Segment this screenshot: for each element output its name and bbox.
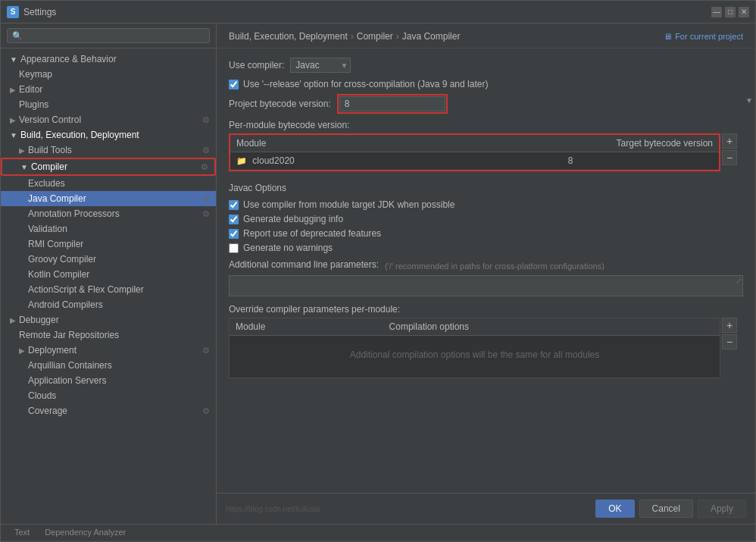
sidebar-item-actionscript[interactable]: ActionScript & Flex Compiler bbox=[1, 282, 216, 297]
sidebar-label-rmi: RMI Compiler bbox=[28, 239, 83, 249]
per-module-label: Per-module bytecode version: bbox=[229, 120, 743, 130]
cmd-input[interactable] bbox=[229, 275, 743, 296]
override-table-actions: + − bbox=[722, 318, 737, 349]
cancel-button[interactable]: Cancel bbox=[639, 500, 693, 518]
sidebar-item-arquillian[interactable]: Arquillian Containers bbox=[1, 358, 216, 373]
sidebar-item-plugins[interactable]: Plugins bbox=[1, 97, 216, 112]
sidebar-label-android: Android Compilers bbox=[28, 299, 103, 310]
sidebar-item-remote-jar[interactable]: Remote Jar Repositories bbox=[1, 327, 216, 343]
search-icon: 🔍 bbox=[12, 31, 23, 41]
module-row: 📁 cloud2020 8 bbox=[230, 152, 719, 170]
module-table-wrap: Module Target bytecode version 📁 cloud20… bbox=[229, 133, 720, 171]
compiler-dropdown[interactable]: Javac Eclipse Ajc bbox=[290, 58, 351, 73]
sidebar-label-plugins: Plugins bbox=[19, 99, 48, 110]
sidebar-item-kotlin[interactable]: Kotlin Compiler bbox=[1, 267, 216, 282]
compiler-row: Use compiler: Javac Eclipse Ajc ▼ bbox=[229, 58, 743, 73]
expand-icon[interactable]: ⤢ bbox=[736, 277, 742, 285]
sidebar-item-keymap[interactable]: Keymap bbox=[1, 67, 216, 82]
breadcrumb-path: Build, Execution, Deployment › Compiler … bbox=[229, 31, 460, 42]
override-section: Override compiler parameters per-module:… bbox=[229, 304, 743, 381]
settings-icon-java-compiler: ⚙ bbox=[202, 194, 210, 204]
sidebar-item-java-compiler[interactable]: Java Compiler ⚙ bbox=[1, 191, 216, 206]
sidebar-label-appearance: Appearance & Behavior bbox=[20, 54, 117, 64]
apply-button[interactable]: Apply bbox=[698, 500, 746, 518]
settings-icon-annotation: ⚙ bbox=[202, 209, 210, 219]
sidebar-label-clouds: Clouds bbox=[28, 390, 56, 401]
breadcrumb-sep2: › bbox=[396, 31, 399, 42]
bytecode-label: Project bytecode version: bbox=[229, 99, 331, 109]
java-compiler-settings: Use compiler: Javac Eclipse Ajc ▼ Use '-… bbox=[217, 49, 755, 493]
for-current-project: 🖥 For current project bbox=[664, 32, 743, 41]
close-button[interactable]: ✕ bbox=[739, 7, 749, 17]
sidebar-item-appearance[interactable]: ▼ Appearance & Behavior bbox=[1, 52, 216, 67]
javac-option-3-checkbox[interactable] bbox=[229, 243, 239, 253]
monitor-icon: 🖥 bbox=[664, 32, 672, 41]
sidebar-item-build-execution[interactable]: ▼ Build, Execution, Deployment bbox=[1, 127, 216, 143]
sidebar-item-debugger[interactable]: ▶ Debugger bbox=[1, 312, 216, 327]
sidebar-item-version-control[interactable]: ▶ Version Control ⚙ bbox=[1, 112, 216, 127]
sidebar-item-editor[interactable]: ▶ Editor bbox=[1, 82, 216, 97]
override-table: Module Compilation options Additional co… bbox=[230, 318, 720, 374]
module-col-header: Module bbox=[230, 135, 422, 152]
remove-module-button[interactable]: − bbox=[722, 150, 737, 165]
sidebar-label-java-compiler: Java Compiler bbox=[28, 193, 86, 204]
for-current-label: For current project bbox=[675, 32, 743, 41]
sidebar-label-coverage: Coverage bbox=[28, 406, 67, 416]
add-override-button[interactable]: + bbox=[722, 318, 737, 333]
search-wrap[interactable]: 🔍 bbox=[7, 28, 210, 43]
bottom-tab-text[interactable]: Text bbox=[7, 525, 37, 541]
compiler-dropdown-wrap: Javac Eclipse Ajc ▼ bbox=[290, 58, 351, 73]
release-option-label: Use '--release' option for cross-compila… bbox=[243, 79, 488, 89]
sidebar-item-compiler[interactable]: ▼ Compiler ⚙ bbox=[1, 158, 216, 176]
module-target-cell: 8 bbox=[422, 152, 719, 170]
bytecode-dropdown-outer: 8 9 10 11 ▼ bbox=[337, 94, 448, 114]
sidebar-label-compiler: Compiler bbox=[31, 161, 67, 172]
sidebar-item-clouds[interactable]: Clouds bbox=[1, 388, 216, 403]
sidebar-label-editor: Editor bbox=[19, 84, 42, 95]
additional-label: Additional command line parameters: bbox=[229, 259, 379, 270]
maximize-button[interactable]: □ bbox=[725, 7, 736, 17]
sidebar-label-validation: Validation bbox=[28, 224, 67, 234]
sidebar-item-annotation[interactable]: Annotation Processors ⚙ bbox=[1, 206, 216, 221]
sidebar-item-groovy[interactable]: Groovy Compiler bbox=[1, 252, 216, 267]
override-table-container: Module Compilation options Additional co… bbox=[229, 318, 720, 378]
javac-option-1-checkbox[interactable] bbox=[229, 215, 239, 224]
sidebar-item-build-tools[interactable]: ▶ Build Tools ⚙ bbox=[1, 143, 216, 158]
javac-option-0: Use compiler from module target JDK when… bbox=[229, 199, 743, 210]
breadcrumb-sep1: › bbox=[351, 31, 354, 42]
sidebar-item-rmi[interactable]: RMI Compiler bbox=[1, 237, 216, 252]
search-input[interactable] bbox=[26, 30, 205, 41]
javac-option-0-checkbox[interactable] bbox=[229, 200, 239, 210]
module-table: Module Target bytecode version 📁 cloud20… bbox=[230, 135, 719, 170]
settings-window: S Settings — □ ✕ 🔍 ▼ Appearance & Behavi… bbox=[0, 0, 756, 542]
sidebar-item-excludes[interactable]: Excludes bbox=[1, 176, 216, 191]
sidebar-item-validation[interactable]: Validation bbox=[1, 221, 216, 237]
settings-panel: Build, Execution, Deployment › Compiler … bbox=[217, 23, 755, 524]
sidebar-label-remote-jar: Remote Jar Repositories bbox=[19, 330, 119, 340]
sidebar-item-coverage[interactable]: Coverage ⚙ bbox=[1, 403, 216, 418]
minimize-button[interactable]: — bbox=[711, 7, 722, 17]
sidebar-item-app-servers[interactable]: Application Servers bbox=[1, 373, 216, 388]
app-icon: S bbox=[7, 6, 19, 18]
sidebar-item-android[interactable]: Android Compilers bbox=[1, 297, 216, 312]
settings-icon-coverage: ⚙ bbox=[202, 406, 210, 416]
sidebar-label-app-servers: Application Servers bbox=[28, 375, 106, 386]
javac-option-3: Generate no warnings bbox=[229, 243, 743, 253]
release-option-checkbox[interactable] bbox=[229, 80, 239, 89]
module-name: cloud2020 bbox=[252, 155, 294, 166]
remove-override-button[interactable]: − bbox=[722, 334, 737, 349]
bottom-tab-dependency[interactable]: Dependency Analyzer bbox=[37, 525, 133, 541]
add-module-button[interactable]: + bbox=[722, 133, 737, 149]
sidebar-label-groovy: Groovy Compiler bbox=[28, 254, 96, 265]
javac-option-2-checkbox[interactable] bbox=[229, 229, 239, 239]
ok-button[interactable]: OK bbox=[595, 500, 634, 518]
bytecode-dropdown[interactable]: 8 9 10 11 bbox=[339, 96, 445, 111]
additional-cmd-section: Additional command line parameters: ('/'… bbox=[229, 259, 743, 296]
sidebar-item-deployment[interactable]: ▶ Deployment ⚙ bbox=[1, 343, 216, 358]
sidebar-label-actionscript: ActionScript & Flex Compiler bbox=[28, 284, 144, 295]
sidebar-label-annotation: Annotation Processors bbox=[28, 208, 120, 219]
module-icon: 📁 bbox=[236, 156, 247, 165]
sidebar-label-deployment: Deployment bbox=[28, 345, 77, 356]
nav-tree: ▼ Appearance & Behavior Keymap ▶ Editor … bbox=[1, 49, 216, 524]
sidebar-label-vc: Version Control bbox=[19, 114, 81, 125]
